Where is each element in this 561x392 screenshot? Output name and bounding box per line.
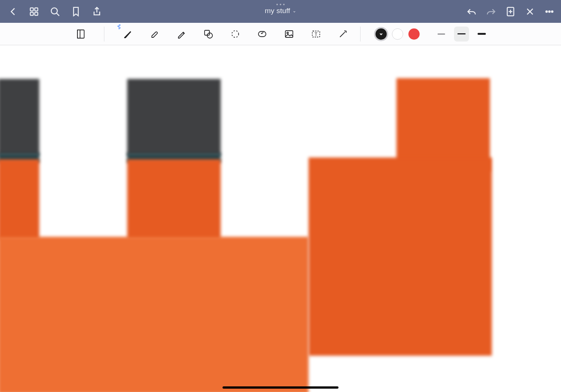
svg-point-19 <box>232 31 239 37</box>
toolbar-separator <box>360 27 361 42</box>
page-template-tool[interactable] <box>73 27 88 42</box>
eraser-icon <box>149 28 160 40</box>
svg-point-12 <box>549 11 550 12</box>
svg-rect-17 <box>205 30 209 35</box>
svg-point-13 <box>552 11 553 12</box>
lasso-icon <box>230 28 241 40</box>
back-icon <box>7 6 19 17</box>
svg-rect-0 <box>30 8 33 11</box>
window-handle-icon[interactable] <box>265 4 296 5</box>
image-icon <box>283 28 295 40</box>
search-button[interactable] <box>49 5 61 18</box>
svg-point-4 <box>51 8 57 14</box>
app-header: my stuff ⌄ <box>0 0 561 23</box>
canvas-shape <box>0 159 39 240</box>
toolbar-separator <box>104 27 104 42</box>
eraser-tool[interactable] <box>147 27 162 42</box>
laser-tool[interactable] <box>335 27 350 42</box>
svg-rect-20 <box>258 31 266 37</box>
home-indicator[interactable] <box>223 386 338 389</box>
more-button[interactable] <box>543 5 556 18</box>
add-page-icon <box>505 6 516 17</box>
share-button[interactable] <box>91 5 103 18</box>
stroke-thick-button[interactable] <box>474 27 489 42</box>
stroke-thin-button[interactable] <box>434 27 449 42</box>
canvas-shape <box>127 79 221 156</box>
lasso-tool[interactable] <box>228 27 243 42</box>
search-icon <box>49 6 61 17</box>
highlighter-tool[interactable] <box>174 27 189 42</box>
pen-tool[interactable] <box>120 27 135 42</box>
svg-rect-2 <box>30 12 33 15</box>
undo-icon <box>466 6 477 17</box>
drawing-canvas[interactable] <box>0 45 561 392</box>
svg-point-18 <box>207 33 212 38</box>
share-icon <box>91 6 102 17</box>
canvas-shape <box>309 157 492 356</box>
more-icon <box>544 6 555 17</box>
close-toolbar-icon <box>524 6 536 17</box>
laser-icon <box>337 28 349 40</box>
svg-rect-14 <box>77 30 84 38</box>
svg-point-11 <box>546 11 548 12</box>
bookmark-button[interactable] <box>70 5 82 18</box>
documents-grid-button[interactable] <box>28 5 40 18</box>
back-button[interactable] <box>7 5 19 18</box>
pen-icon <box>122 28 133 40</box>
svg-rect-3 <box>35 12 38 15</box>
close-toolbar-button[interactable] <box>524 5 536 18</box>
color-swatch-white[interactable] <box>392 28 403 40</box>
page-template-icon <box>75 28 86 40</box>
undo-button[interactable] <box>465 5 478 18</box>
color-swatch-black[interactable] <box>375 28 387 40</box>
shapes-icon <box>203 28 214 40</box>
redo-button[interactable] <box>485 5 497 18</box>
svg-text:T: T <box>315 32 318 37</box>
color-swatch-red[interactable] <box>408 28 420 40</box>
canvas-shape <box>0 79 39 156</box>
text-tool[interactable]: T <box>309 27 324 42</box>
bluetooth-icon <box>116 24 122 31</box>
chevron-down-icon: ⌄ <box>292 8 296 13</box>
image-tool[interactable] <box>282 27 297 42</box>
document-title-dropdown[interactable]: my stuff ⌄ <box>265 7 296 15</box>
text-icon: T <box>310 28 322 40</box>
svg-point-22 <box>287 32 288 34</box>
tool-toolbar: T <box>0 23 561 45</box>
canvas-shape <box>127 159 221 240</box>
svg-rect-15 <box>77 30 80 38</box>
bookmark-icon <box>70 6 82 17</box>
stroke-medium-button[interactable] <box>454 27 469 42</box>
svg-line-5 <box>56 13 59 16</box>
redo-icon <box>485 6 497 17</box>
document-title: my stuff <box>265 7 290 15</box>
svg-rect-1 <box>35 8 38 11</box>
chevron-down-icon <box>379 31 383 37</box>
sticker-tool[interactable] <box>255 27 270 42</box>
documents-grid-icon <box>28 6 40 17</box>
shapes-tool[interactable] <box>201 27 216 42</box>
sticker-icon <box>257 28 268 40</box>
svg-rect-21 <box>285 31 293 37</box>
canvas-shape <box>0 237 309 392</box>
highlighter-icon <box>176 28 187 40</box>
add-page-button[interactable] <box>504 5 517 18</box>
